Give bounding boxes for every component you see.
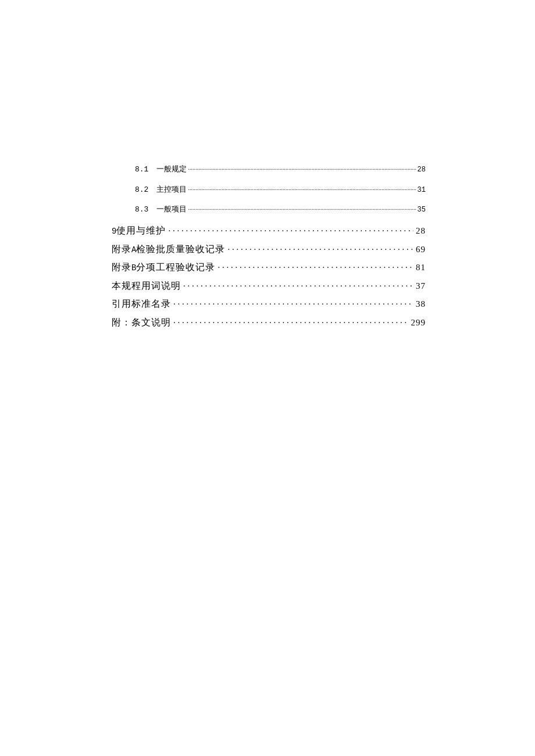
toc-sub-label: 主控项目 <box>156 185 187 194</box>
toc-page-number: 69 <box>416 244 426 255</box>
toc-leader <box>188 186 416 192</box>
toc-sub-label: 一般项目 <box>156 205 187 214</box>
toc-page-number: 37 <box>416 281 426 291</box>
toc-appendix-prefix: 附录 <box>112 261 131 273</box>
toc-page-number: 299 <box>411 317 426 328</box>
toc-sub-number: 8.2 <box>135 185 148 195</box>
toc-leader <box>168 227 413 234</box>
toc-chapter-number: 9 <box>112 227 116 237</box>
toc-appendix-letter: B <box>131 263 136 273</box>
toc-page-number: 38 <box>416 299 426 309</box>
toc-leader <box>217 263 413 270</box>
document-page: 8.1 一般规定 28 8.2 主控项目 31 8.3 一般项目 35 9 使用… <box>0 0 535 756</box>
toc-page-number: 31 <box>418 186 426 194</box>
toc-appendix-letter: A <box>131 245 136 255</box>
toc-main-entry: 本规程用词说明 37 <box>112 280 426 291</box>
toc-appendix-prefix: 附录 <box>112 243 131 255</box>
toc-sub-number: 8.1 <box>135 165 148 174</box>
toc-page-number: 35 <box>418 206 426 214</box>
toc-main-label: 检验批质量验收记录 <box>136 243 225 255</box>
toc-leader <box>183 282 413 289</box>
toc-sub-label: 一般规定 <box>156 164 187 174</box>
toc-leader <box>227 245 413 252</box>
toc-page-number: 28 <box>418 166 426 174</box>
toc-main-entry: 附录 A 检验批质量验收记录 69 <box>112 243 426 255</box>
toc-leader <box>173 318 409 325</box>
toc-sub-entry: 8.3 一般项目 35 <box>112 205 426 214</box>
toc-main-entry: 引用标准名录 38 <box>112 298 426 309</box>
toc-main-label: 引用标准名录 <box>112 298 171 309</box>
table-of-contents: 8.1 一般规定 28 8.2 主控项目 31 8.3 一般项目 35 9 使用… <box>112 164 426 328</box>
toc-page-number: 28 <box>416 225 426 236</box>
toc-main-label: 使用与维护 <box>116 225 166 236</box>
toc-leader <box>173 300 413 307</box>
toc-leader <box>188 166 416 171</box>
toc-sub-entry: 8.2 主控项目 31 <box>112 185 426 195</box>
toc-leader <box>188 206 416 212</box>
toc-main-label: 本规程用词说明 <box>112 280 181 291</box>
toc-main-entry: 9 使用与维护 28 <box>112 225 426 237</box>
toc-sub-number: 8.3 <box>135 205 148 214</box>
toc-main-label: 分项工程验收记录 <box>136 261 215 273</box>
toc-main-label: 附：条文说明 <box>112 317 171 328</box>
toc-sub-entry: 8.1 一般规定 28 <box>112 164 426 174</box>
toc-main-entry: 附录 B 分项工程验收记录 81 <box>112 261 426 273</box>
toc-main-entry: 附：条文说明 299 <box>112 317 426 328</box>
toc-page-number: 81 <box>416 262 426 273</box>
